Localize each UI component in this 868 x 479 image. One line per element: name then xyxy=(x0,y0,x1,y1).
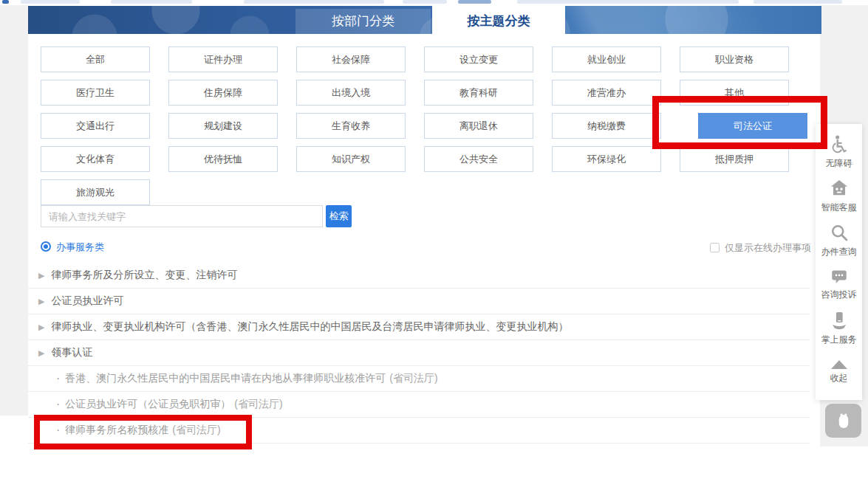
panel-item-label: 咨询投诉 xyxy=(821,289,857,301)
category-culture-sports[interactable]: 文化体育 xyxy=(41,146,150,172)
category-environmental[interactable]: 环保绿化 xyxy=(552,146,661,172)
category-intellectual-property[interactable]: 知识产权 xyxy=(296,146,406,172)
page: 按部门分类 按主题分类 全部 证件办理 社会保障 设立变更 就业创业 职业资格 … xyxy=(0,0,868,479)
category-preferential-care[interactable]: 优待抚恤 xyxy=(168,146,278,172)
service-item-row-highlighted[interactable]: · 律师事务所名称预核准 (省司法厅) xyxy=(28,418,810,444)
service-item-org: (省司法厅) xyxy=(172,424,220,437)
service-group-row[interactable]: ▶ 领事认证 xyxy=(28,340,810,366)
service-group-row[interactable]: ▶ 公证员执业许可 xyxy=(28,289,810,314)
collapse-button[interactable]: 收起 xyxy=(816,350,862,394)
category-tourism[interactable]: 旅游观光 xyxy=(41,179,150,205)
category-judicial-notary-selected[interactable]: 司法公证 xyxy=(698,113,807,139)
category-housing[interactable]: 住房保障 xyxy=(168,80,278,106)
service-group-row[interactable]: ▶ 律师事务所及分所设立、变更、注销许可 xyxy=(28,263,810,289)
panel-item-label: 智能客服 xyxy=(821,201,857,214)
service-item-row[interactable]: · 公证员执业许可（公证员免职初审） (省司法厅) xyxy=(28,392,810,418)
service-item-org: (省司法厅) xyxy=(234,398,282,411)
services-list: ▶ 律师事务所及分所设立、变更、注销许可 ▶ 公证员执业许可 ▶ 律师执业、变更… xyxy=(28,263,810,444)
category-employment[interactable]: 就业创业 xyxy=(552,46,661,72)
mobile-service-button[interactable]: 掌上服务 xyxy=(816,306,862,351)
category-all[interactable]: 全部 xyxy=(41,46,150,72)
service-item-label: 公证员执业许可（公证员免职初审） xyxy=(65,398,230,411)
service-item-org: (省司法厅) xyxy=(389,372,437,385)
browser-artifact xyxy=(244,0,384,4)
category-birth-adoption[interactable]: 生育收养 xyxy=(296,113,406,139)
browser-artifact xyxy=(458,0,491,4)
category-mortgage-pledge[interactable]: 抵押质押 xyxy=(680,146,789,172)
browser-artifact xyxy=(517,0,739,4)
category-tax-payment[interactable]: 纳税缴费 xyxy=(552,113,661,139)
service-group-label: 律师事务所及分所设立、变更、注销许可 xyxy=(51,269,237,282)
dot-bullet-icon: · xyxy=(56,399,60,410)
category-planning-construction[interactable]: 规划建设 xyxy=(168,113,278,139)
tab-by-theme-active[interactable]: 按主题分类 xyxy=(432,6,565,37)
browser-artifact xyxy=(111,0,192,4)
tab-by-department[interactable]: 按部门分类 xyxy=(295,9,431,34)
category-public-safety[interactable]: 公共安全 xyxy=(424,146,533,172)
browser-artifact xyxy=(21,0,80,4)
dot-bullet-icon: · xyxy=(56,425,60,435)
assistant-robot-button[interactable] xyxy=(825,404,861,438)
consult-complaint-button[interactable]: 咨询投诉 xyxy=(816,262,862,306)
accessibility-button[interactable]: 无障碍 xyxy=(816,130,862,174)
category-education-research[interactable]: 教育科研 xyxy=(424,80,533,106)
online-only-label[interactable]: 仅显示在线办理事项 xyxy=(725,241,811,255)
case-query-button[interactable]: 办件查询 xyxy=(816,218,862,262)
chevron-right-icon: ▶ xyxy=(38,348,44,358)
category-exit-entry[interactable]: 出境入境 xyxy=(296,80,406,106)
mobile-service-icon xyxy=(829,310,850,331)
wheelchair-icon xyxy=(829,134,850,154)
panel-item-label: 办件查询 xyxy=(821,246,857,258)
collapse-icon xyxy=(831,360,847,369)
service-item-label: 律师事务所名称预核准 xyxy=(65,424,168,437)
category-business-permit[interactable]: 准营准办 xyxy=(552,80,661,106)
section-bullet-icon xyxy=(41,241,51,252)
chevron-right-icon: ▶ xyxy=(38,297,44,306)
category-establish-change[interactable]: 设立变更 xyxy=(424,46,533,72)
category-medical-health[interactable]: 医疗卫生 xyxy=(41,80,150,106)
left-gutter xyxy=(0,5,28,416)
category-other[interactable]: 其他 xyxy=(680,80,789,106)
category-transportation[interactable]: 交通出行 xyxy=(41,113,150,139)
robot-icon xyxy=(833,410,855,432)
category-social-security[interactable]: 社会保障 xyxy=(296,46,406,72)
category-certificates[interactable]: 证件办理 xyxy=(168,46,278,72)
dot-bullet-icon: · xyxy=(56,373,60,384)
browser-artifact xyxy=(403,0,447,4)
chevron-right-icon: ▶ xyxy=(38,323,44,332)
category-grid: 全部 证件办理 社会保障 设立变更 就业创业 职业资格 医疗卫生 住房保障 出境… xyxy=(41,46,789,205)
panel-item-label: 无障碍 xyxy=(826,157,852,170)
panel-item-label: 收起 xyxy=(830,372,848,385)
service-group-row[interactable]: ▶ 律师执业、变更执业机构许可（含香港、澳门永久性居民中的中国居民及台湾居民申请… xyxy=(28,314,810,340)
service-group-label: 律师执业、变更执业机构许可（含香港、澳门永久性居民中的中国居民及台湾居民申请律师… xyxy=(51,320,568,334)
category-resignation-retirement[interactable]: 离职退休 xyxy=(424,113,533,139)
chat-icon xyxy=(830,266,849,286)
browser-artifact xyxy=(753,0,842,4)
category-vocational-qualification[interactable]: 职业资格 xyxy=(680,46,789,72)
browser-artifact xyxy=(2,0,9,4)
search-button[interactable]: 检索 xyxy=(326,205,352,227)
chevron-right-icon: ▶ xyxy=(38,271,44,280)
section-title: 办事服务类 xyxy=(56,241,104,254)
service-item-row[interactable]: · 香港、澳门永久性居民中的中国居民申请在内地从事律师职业核准许可 (省司法厅) xyxy=(28,366,810,392)
classification-banner: 按部门分类 按主题分类 xyxy=(28,6,821,34)
search-input[interactable] xyxy=(41,205,323,227)
service-item-label: 香港、澳门永久性居民中的中国居民申请在内地从事律师职业核准许可 xyxy=(65,372,386,385)
smart-service-icon xyxy=(829,178,850,199)
panel-item-label: 掌上服务 xyxy=(821,334,857,346)
floating-tools-panel: 无障碍 智能客服 办件查询 xyxy=(816,124,862,400)
smart-service-button[interactable]: 智能客服 xyxy=(816,174,862,218)
online-only-checkbox[interactable] xyxy=(710,243,720,252)
service-group-label: 公证员执业许可 xyxy=(51,294,123,308)
search-icon xyxy=(829,222,850,243)
service-group-label: 领事认证 xyxy=(51,346,92,359)
